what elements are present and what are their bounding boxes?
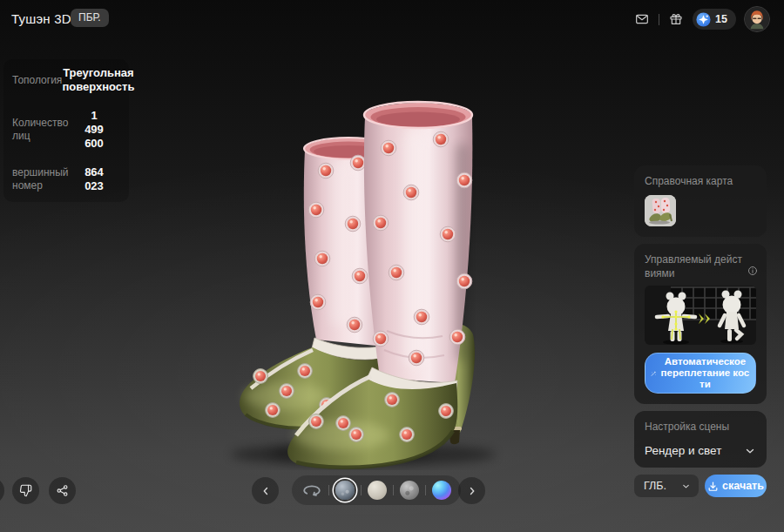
- stat-vertex-count: вершинный номер 864 023: [12, 165, 120, 193]
- stat-topology: Топология Треугольная поверхность: [12, 66, 120, 94]
- reference-card-panel: Справочная карта: [634, 165, 767, 237]
- info-icon[interactable]: [747, 266, 758, 276]
- normal-sphere-icon: [400, 481, 419, 500]
- stat-label: вершинный номер: [12, 166, 68, 192]
- right-sidebar: Справочная карта Управляемый дей: [634, 165, 767, 497]
- clay-mode-button[interactable]: [368, 481, 387, 500]
- credits-pill[interactable]: 15: [693, 9, 736, 30]
- download-icon: [707, 481, 719, 492]
- gift-icon: [669, 12, 683, 26]
- stat-value: Треугольная поверхность: [62, 66, 134, 94]
- stat-value: 864 023: [68, 165, 120, 193]
- reference-thumb-image: [645, 195, 676, 226]
- matcap-mode-button[interactable]: [432, 481, 451, 500]
- scene-settings-panel: Настройка сцены Рендер и свет: [634, 411, 767, 468]
- auto-rig-button[interactable]: Автоматическое переплетание кости: [645, 353, 756, 394]
- chevron-left-icon: [260, 485, 272, 497]
- chevron-down-icon: [744, 445, 756, 457]
- rigging-title: Управляемый действиями: [645, 253, 744, 280]
- viewer-stage: Тушэн 3D ПБР.: [0, 0, 784, 532]
- gift-button[interactable]: [667, 10, 685, 28]
- stat-label: Количество лиц: [12, 117, 68, 143]
- thumbs-down-button[interactable]: [12, 477, 39, 504]
- scene-settings-dropdown[interactable]: Рендер и свет: [645, 444, 756, 457]
- topbar-divider: [659, 14, 659, 25]
- stat-value: 1 499 600: [68, 109, 120, 151]
- toolbar-divider: [328, 485, 329, 495]
- rigging-panel: Управляемый действиями: [634, 244, 767, 404]
- rotate-icon: [301, 480, 322, 501]
- download-label: скачать: [722, 480, 764, 492]
- topbar: Тушэн 3D ПБР.: [0, 0, 784, 38]
- chevron-right-icon: [466, 485, 478, 497]
- avatar-image: [745, 7, 769, 31]
- matcap-sphere-icon: [432, 481, 451, 500]
- toolbar-divider: [393, 485, 394, 495]
- next-model-button[interactable]: [458, 477, 485, 504]
- clay-sphere-icon: [368, 481, 387, 500]
- share-button[interactable]: [49, 477, 76, 504]
- rigging-preview-image[interactable]: [645, 286, 756, 345]
- format-select[interactable]: ГЛБ.: [634, 475, 699, 497]
- rig-preview: [645, 286, 756, 345]
- chevron-down-icon: [681, 481, 691, 491]
- textured-mode-button[interactable]: [335, 481, 355, 500]
- reference-card-title: Справочная карта: [645, 174, 756, 188]
- stat-face-count: Количество лиц 1 499 600: [12, 109, 120, 151]
- textured-sphere-icon: [335, 481, 355, 500]
- share-icon: [56, 484, 69, 497]
- mail-button[interactable]: [633, 10, 651, 28]
- magic-wand-icon: [651, 367, 657, 380]
- thumbs-down-icon: [19, 484, 32, 497]
- user-avatar[interactable]: [744, 6, 770, 32]
- thumbs-up-button-clipped[interactable]: [0, 477, 4, 504]
- boots-model[interactable]: [193, 70, 542, 470]
- format-value: ГЛБ.: [644, 480, 666, 492]
- mail-icon: [635, 12, 649, 26]
- credits-count: 15: [715, 13, 727, 25]
- reference-image-thumbnail[interactable]: [645, 195, 676, 226]
- stat-label: Топология: [12, 74, 62, 87]
- rotate-mode-button[interactable]: [301, 480, 322, 501]
- auto-rig-label: Автоматическое переплетание кости: [660, 356, 750, 390]
- download-button[interactable]: скачать: [705, 475, 767, 497]
- normal-mode-button[interactable]: [400, 481, 419, 500]
- pbr-mode-badge[interactable]: ПБР.: [71, 9, 109, 27]
- coin-icon: [696, 12, 711, 27]
- scene-settings-value: Рендер и свет: [645, 444, 721, 457]
- prev-model-button[interactable]: [252, 477, 279, 504]
- render-mode-toolbar: [292, 475, 461, 505]
- toolbar-divider: [425, 485, 426, 495]
- app-title: Тушэн 3D: [11, 11, 71, 26]
- export-row: ГЛБ. скачать: [634, 475, 767, 497]
- scene-settings-title: Настройка сцены: [645, 420, 756, 434]
- toolbar-divider: [361, 485, 362, 495]
- model-stats-panel: Топология Треугольная поверхность Количе…: [3, 59, 129, 202]
